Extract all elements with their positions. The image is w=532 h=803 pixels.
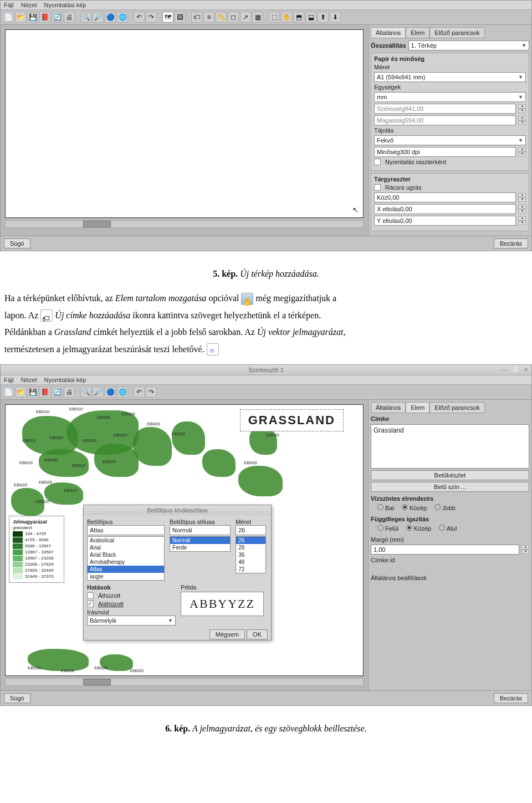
label-textarea[interactable]: Grassland: [371, 424, 529, 469]
add-map-icon[interactable]: 🗺: [162, 12, 173, 23]
undo-icon[interactable]: ↶: [134, 387, 145, 398]
height-field[interactable]: Magasság594,00: [374, 115, 516, 125]
image-icon[interactable]: 🖼: [175, 12, 186, 23]
tab-general-2[interactable]: Általános: [371, 402, 406, 413]
raster-checkbox[interactable]: [374, 159, 381, 165]
new-icon[interactable]: 📄: [3, 12, 14, 23]
lower-icon[interactable]: ⬇: [330, 12, 341, 23]
zoom-in-icon[interactable]: 🔍: [80, 387, 91, 398]
script-select[interactable]: Bármelyik▼: [87, 616, 176, 626]
legend-box[interactable]: Jelmagyarázat grassland 184 - 47254725 -…: [9, 516, 64, 583]
close-button-2[interactable]: Bezárás: [494, 693, 528, 703]
scalebar-icon[interactable]: 📏: [216, 12, 227, 23]
tab-prev-2[interactable]: Előző parancsok: [429, 402, 484, 413]
under-checkbox[interactable]: [87, 601, 94, 607]
width-field[interactable]: Szélesség841,00: [374, 104, 516, 114]
save-icon[interactable]: 💾: [27, 387, 38, 398]
style-listbox[interactable]: NormálFerde: [170, 536, 231, 552]
close-button[interactable]: Bezárás: [494, 238, 528, 248]
font-listbox[interactable]: ArabolicalArialArial BlackArrobatherapyA…: [87, 536, 165, 581]
valign-center-radio[interactable]: [406, 525, 412, 531]
canvas[interactable]: ↖: [5, 29, 364, 218]
snap-checkbox[interactable]: [374, 184, 381, 191]
units-select[interactable]: mm▼: [374, 92, 526, 102]
halign-row: Bal Közép Jobb: [371, 504, 529, 511]
menu-print-2[interactable]: Nyomtatási kép: [44, 377, 86, 383]
halign-center-radio[interactable]: [402, 504, 408, 510]
zoom-all-icon[interactable]: 🔵: [105, 387, 116, 398]
shape-icon[interactable]: ◻: [228, 12, 239, 23]
zoom-in-icon[interactable]: 🔍: [80, 12, 91, 23]
tab-general[interactable]: Általános: [371, 27, 406, 38]
valign-bottom-radio[interactable]: [439, 525, 445, 531]
window-buttons[interactable]: — ⬜ ✕: [502, 367, 528, 373]
zoom-out-icon[interactable]: 🔎: [93, 387, 104, 398]
halign-right-radio[interactable]: [434, 504, 441, 510]
save-icon[interactable]: 💾: [27, 12, 38, 23]
size-input[interactable]: 26: [236, 525, 266, 535]
new-icon[interactable]: 📄: [3, 387, 14, 398]
size-listbox[interactable]: 2628364872: [236, 536, 266, 573]
earth-icon[interactable]: 🌐: [117, 387, 128, 398]
ok-button[interactable]: OK: [247, 629, 268, 639]
tab-prev[interactable]: Előző parancsok: [429, 27, 484, 38]
scrollbar-horizontal-2[interactable]: [5, 678, 364, 686]
zoom-out-icon[interactable]: 🔎: [93, 12, 104, 23]
scrollbar-horizontal[interactable]: [5, 220, 364, 228]
grassland-label[interactable]: GRASSLAND: [240, 409, 344, 431]
help-button[interactable]: Súgó: [4, 238, 30, 248]
table-icon[interactable]: ▦: [252, 12, 263, 23]
zoom-all-icon[interactable]: 🔵: [105, 12, 116, 23]
map-label: EB010: [69, 406, 83, 411]
spacing-field[interactable]: Köz0,00: [374, 192, 516, 202]
undo-icon[interactable]: ↶: [134, 12, 145, 23]
menubar-2: Fájl Nézet Nyomtatási kép: [1, 375, 531, 385]
font-input[interactable]: Atlas: [87, 525, 165, 535]
open-icon[interactable]: 📂: [15, 387, 26, 398]
redo-icon[interactable]: ↷: [146, 387, 157, 398]
help-button-2[interactable]: Súgó: [4, 693, 30, 703]
font-button[interactable]: Betűkészlet: [371, 470, 529, 480]
yoff-field[interactable]: Y eltolás0,00: [374, 216, 516, 226]
earth-icon[interactable]: 🌐: [117, 12, 128, 23]
print-icon[interactable]: 🖨: [64, 387, 75, 398]
halign-left-radio[interactable]: [377, 504, 383, 510]
caption-6: 6. kép. A jelmagyarázat, és egy szövegbl…: [4, 720, 528, 737]
menu-view-2[interactable]: Nézet: [21, 377, 37, 383]
cancel-button[interactable]: Mégsem: [209, 629, 245, 639]
compose-select[interactable]: 1. Térkép▼: [408, 40, 529, 50]
print-icon[interactable]: 🖨: [64, 12, 75, 23]
arrow-icon[interactable]: ↗: [240, 12, 251, 23]
map-canvas[interactable]: EB010 EB010 EB020 EB020 EB010 EB020 EB01…: [5, 404, 364, 676]
tab-elem[interactable]: Elem: [406, 27, 429, 38]
xoff-field[interactable]: X eltolás0,00: [374, 204, 516, 214]
open-icon[interactable]: 📂: [15, 12, 26, 23]
quality-field[interactable]: Minőség300 dpi: [374, 147, 516, 157]
valign-top-radio[interactable]: [377, 525, 383, 531]
menu-file[interactable]: Fájl: [4, 2, 14, 8]
raise-icon[interactable]: ⬆: [318, 12, 329, 23]
ungroup-icon[interactable]: ⬓: [305, 12, 316, 23]
size-select[interactable]: A1 (594x841 mm)▼: [374, 72, 526, 82]
orient-select[interactable]: Fekvő▼: [374, 135, 526, 145]
label-icon[interactable]: 🏷: [191, 12, 202, 23]
margin-field[interactable]: 1,00: [371, 545, 519, 555]
menu-print[interactable]: Nyomtatási kép: [44, 2, 86, 8]
move-content-icon[interactable]: ✋: [281, 12, 292, 23]
pdf-icon[interactable]: 📕: [39, 12, 50, 23]
legend-icon[interactable]: ≡: [203, 12, 214, 23]
style-input[interactable]: Normál: [170, 525, 231, 535]
color-button[interactable]: Betű szín ...: [371, 482, 529, 492]
menu-file-2[interactable]: Fájl: [4, 377, 14, 383]
pdf-icon[interactable]: 📕: [39, 387, 50, 398]
menu-view[interactable]: Nézet: [21, 2, 37, 8]
tab-elem-2[interactable]: Elem: [406, 402, 429, 413]
group-icon[interactable]: ⬒: [293, 12, 304, 23]
snap-label: Rácsra ugrás: [385, 184, 421, 191]
strike-checkbox[interactable]: [87, 592, 94, 599]
cid-label: Címke id: [371, 557, 529, 563]
redo-icon[interactable]: ↷: [146, 12, 157, 23]
refresh-icon[interactable]: 🔄: [52, 387, 63, 398]
refresh-icon[interactable]: 🔄: [52, 12, 63, 23]
select-icon[interactable]: ⬚: [269, 12, 280, 23]
